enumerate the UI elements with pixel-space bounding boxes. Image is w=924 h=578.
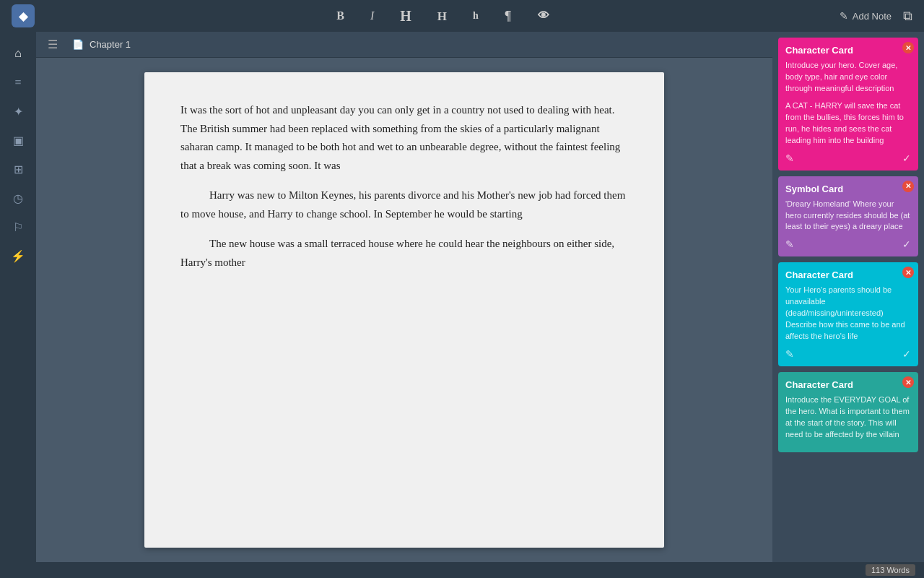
status-bar: 113 Words [0, 562, 924, 578]
bold-button[interactable]: B [332, 7, 349, 25]
card-footer-1: ✎ ✓ [785, 152, 911, 165]
editor-page[interactable]: It was the sort of hot and unpleasant da… [144, 72, 664, 548]
sidebar: ⌂ ≡ ✦ ▣ ⊞ ◷ ⚐ ⚡ [0, 32, 36, 562]
add-note-button[interactable]: ✎ Add Note [840, 10, 892, 22]
card-character-1: ✕ Character Card Introduce your hero. Co… [778, 38, 918, 171]
sidebar-item-clock[interactable]: ◷ [5, 185, 31, 211]
card-close-3[interactable]: ✕ [902, 267, 914, 278]
paragraph-3: The new house was a small terraced house… [180, 235, 628, 272]
chapter-tab: ☰ 📄 Chapter 1 [36, 32, 772, 58]
card-check-icon-2[interactable]: ✓ [902, 238, 911, 251]
card-title-4: Character Card [785, 379, 911, 390]
hamburger-icon[interactable]: ☰ [48, 38, 58, 51]
card-footer-2: ✎ ✓ [785, 238, 911, 251]
sidebar-item-layout[interactable]: ▣ [5, 127, 31, 153]
eye-button[interactable]: 👁 [533, 7, 554, 25]
card-check-icon-1[interactable]: ✓ [902, 152, 911, 165]
h3-button[interactable]: h [468, 8, 483, 24]
paragraph-button[interactable]: ¶ [500, 7, 516, 25]
card-character-3: ✕ Character Card Introduce the EVERYDAY … [778, 372, 918, 452]
sidebar-item-layers[interactable]: ≡ [5, 69, 31, 95]
h1-button[interactable]: H [396, 6, 416, 26]
card-body-1: Introduce your hero. Cover age, body typ… [785, 60, 911, 147]
h2-button[interactable]: H [433, 7, 451, 25]
sidebar-item-grid[interactable]: ⊞ [5, 156, 31, 182]
right-panel: ✕ Character Card Introduce your hero. Co… [772, 32, 924, 562]
card-body-2: 'Dreary Homeland' Where your hero curren… [785, 199, 911, 233]
sidebar-item-rocket[interactable]: ⚡ [5, 243, 31, 269]
editor-content[interactable]: It was the sort of hot and unpleasant da… [180, 101, 628, 272]
card-edit-icon-3[interactable]: ✎ [785, 348, 794, 361]
paragraph-1: It was the sort of hot and unpleasant da… [180, 101, 628, 175]
card-body-3: Your Hero's parents should be unavailabl… [785, 285, 911, 342]
card-character-2: ✕ Character Card Your Hero's parents sho… [778, 262, 918, 366]
edit-icon: ✎ [840, 10, 848, 22]
sidebar-item-snowflake[interactable]: ✦ [5, 98, 31, 124]
sidebar-item-home[interactable]: ⌂ [5, 40, 31, 66]
card-title-3: Character Card [785, 269, 911, 280]
card-close-2[interactable]: ✕ [902, 181, 914, 192]
app-logo: ◆ [12, 4, 35, 27]
chapter-label: Chapter 1 [90, 39, 131, 50]
card-title-2: Symbol Card [785, 184, 911, 194]
formatting-tools: B I H H h ¶ 👁 [46, 6, 840, 26]
toolbar-right: ✎ Add Note ⧉ [840, 9, 912, 24]
card-edit-icon-2[interactable]: ✎ [785, 238, 794, 251]
toolbar: ◆ B I H H h ¶ 👁 ✎ Add Note ⧉ [0, 0, 924, 32]
card-close-4[interactable]: ✕ [902, 376, 914, 388]
editor-wrapper[interactable]: It was the sort of hot and unpleasant da… [36, 58, 772, 562]
card-footer-3: ✎ ✓ [785, 348, 911, 361]
chapter-file-icon: 📄 [72, 39, 84, 51]
card-note-1: A CAT - HARRY will save the cat from the… [785, 100, 911, 147]
main-layout: ⌂ ≡ ✦ ▣ ⊞ ◷ ⚐ ⚡ ☰ 📄 Chapter 1 It was the… [0, 32, 924, 562]
paragraph-2: Harry was new to Milton Keynes, his pare… [180, 186, 628, 223]
card-body-4: Introduce the EVERYDAY GOAL of the hero.… [785, 394, 911, 441]
window-button[interactable]: ⧉ [903, 9, 912, 24]
sidebar-item-trophy[interactable]: ⚐ [5, 214, 31, 240]
card-symbol: ✕ Symbol Card 'Dreary Homeland' Where yo… [778, 176, 918, 257]
card-edit-icon-1[interactable]: ✎ [785, 152, 794, 165]
card-title-1: Character Card [785, 45, 911, 56]
card-check-icon-3[interactable]: ✓ [902, 348, 911, 361]
italic-button[interactable]: I [366, 7, 378, 25]
word-count-badge: 113 Words [866, 564, 915, 576]
content-area: ☰ 📄 Chapter 1 It was the sort of hot and… [36, 32, 772, 562]
card-close-1[interactable]: ✕ [902, 42, 914, 53]
